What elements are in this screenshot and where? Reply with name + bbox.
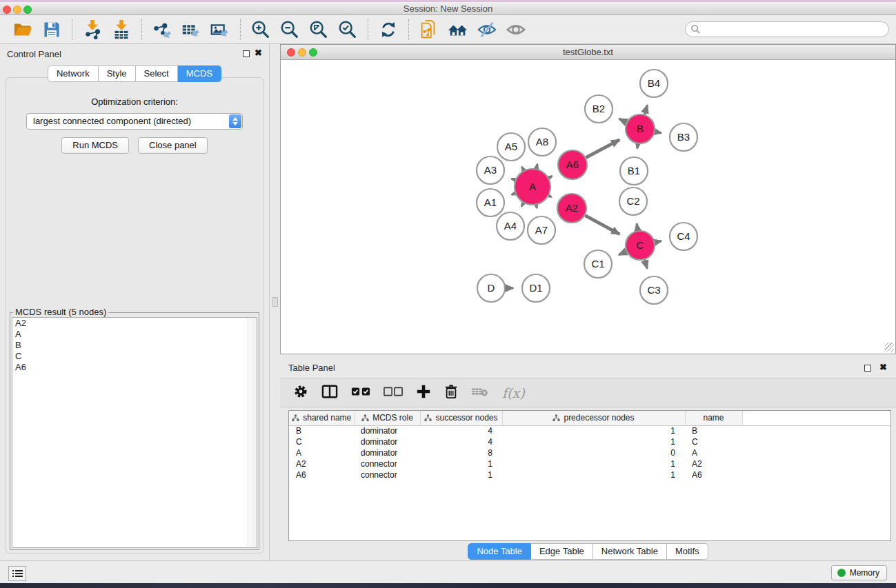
tab-select[interactable]: Select <box>136 65 178 82</box>
graph-edge-B-B4[interactable] <box>644 105 647 114</box>
graph-edge-B-B3[interactable] <box>655 132 661 133</box>
zoom-selected-button[interactable] <box>335 18 360 41</box>
run-mcds-button[interactable]: Run MCDS <box>61 137 129 154</box>
list-item[interactable]: A6 <box>12 362 257 373</box>
toolbar-separator <box>141 19 142 40</box>
refresh-button[interactable] <box>376 18 401 41</box>
export-image-icon <box>210 19 230 40</box>
table-row[interactable]: Cdominator41C <box>289 436 890 447</box>
graph-edge-C-C1[interactable] <box>619 252 626 255</box>
graph-edge-A2-C[interactable] <box>585 216 619 234</box>
graph-edge-A-A3[interactable] <box>512 179 515 180</box>
memory-status-icon <box>837 569 846 577</box>
float-panel-icon[interactable] <box>243 50 250 57</box>
graph-edge-A6-B[interactable] <box>586 140 619 158</box>
zoom-in-button[interactable] <box>248 18 273 41</box>
delete-button[interactable] <box>444 384 458 402</box>
graph-node-label: A5 <box>505 141 517 152</box>
tab-edge-table[interactable]: Edge Table <box>531 543 593 560</box>
table-row[interactable]: Bdominator41B <box>289 425 890 436</box>
add-button[interactable] <box>416 384 431 402</box>
graph-edge-A-A7[interactable] <box>536 205 537 207</box>
settings-button[interactable] <box>293 384 308 402</box>
close-panel-icon[interactable]: ✖ <box>255 48 262 58</box>
scrollbar-track[interactable] <box>248 318 257 547</box>
graph-edge-A-A6[interactable] <box>549 176 552 178</box>
column-header-mcds-role[interactable]: MCDS role <box>355 411 420 425</box>
select-all-icon <box>351 386 370 397</box>
float-panel-icon[interactable] <box>864 365 871 372</box>
show-task-history-button[interactable] <box>8 566 26 581</box>
show-graphics-button[interactable] <box>504 18 528 41</box>
table-row[interactable]: Adominator80A <box>289 447 890 458</box>
graph-edge-C-C4[interactable] <box>655 241 661 243</box>
import-table-icon <box>111 19 132 40</box>
graph-edge-B-B2[interactable] <box>619 119 626 122</box>
network-from-file-button[interactable] <box>417 18 441 41</box>
export-network-button[interactable] <box>150 18 175 41</box>
graph-node-label: C <box>637 239 644 251</box>
network-file-icon <box>419 19 439 40</box>
close-panel-button[interactable]: Close panel <box>138 137 208 154</box>
tab-mcds[interactable]: MCDS <box>178 65 221 82</box>
select-all-button[interactable] <box>351 386 370 400</box>
list-item[interactable]: B <box>12 340 257 351</box>
criterion-dropdown[interactable]: largest connected component (directed) <box>26 113 243 130</box>
column-header-name[interactable]: name <box>685 411 742 425</box>
column-header-successor-nodes[interactable]: successor nodes <box>420 411 502 425</box>
home-button[interactable] <box>446 18 470 41</box>
mcds-result-title: MCDS result (5 nodes) <box>13 307 108 317</box>
list-item[interactable]: A <box>12 329 257 340</box>
open-session-button[interactable] <box>10 18 35 41</box>
table-panel-header: Table Panel ✖ <box>280 358 896 377</box>
import-network-button[interactable] <box>80 18 105 41</box>
tab-network-table[interactable]: Network Table <box>593 543 667 560</box>
settings-gear-icon <box>293 384 308 399</box>
memory-button[interactable]: Memory <box>831 565 887 580</box>
graph-node-label: C4 <box>677 230 690 242</box>
column-header-shared-name[interactable]: shared name <box>289 411 355 425</box>
delete-table-button[interactable] <box>471 385 489 401</box>
tab-network[interactable]: Network <box>48 65 99 82</box>
toggle-columns-button[interactable] <box>321 384 338 402</box>
search-input[interactable] <box>701 23 888 36</box>
panel-divider-handle[interactable] <box>272 297 278 307</box>
toolbar-separator <box>72 19 72 40</box>
graph-edge-B-B1[interactable] <box>637 144 638 149</box>
graph-edge-A-A1[interactable] <box>512 194 515 195</box>
column-header-predecessor-nodes[interactable]: predecessor nodes <box>502 411 685 425</box>
export-image-button[interactable] <box>208 18 232 41</box>
graph-edge-A-A5[interactable] <box>522 167 524 170</box>
list-item[interactable]: C <box>12 351 257 362</box>
close-panel-icon[interactable]: ✖ <box>879 362 887 372</box>
tab-node-table[interactable]: Node Table <box>468 543 531 560</box>
graph-edge-A-A8[interactable] <box>537 164 537 168</box>
hide-graphics-button[interactable] <box>475 18 499 41</box>
deselect-all-button[interactable] <box>384 386 403 400</box>
toolbar-separator <box>240 19 241 40</box>
list-item[interactable]: A2 <box>12 318 257 329</box>
tab-motifs[interactable]: Motifs <box>667 543 708 560</box>
network-window-titlebar[interactable]: testGlobe.txt <box>281 45 895 60</box>
graph-edge-A-A2[interactable] <box>549 196 551 197</box>
graph-edge-C-C2[interactable] <box>637 224 638 231</box>
zoom-out-button[interactable] <box>277 18 302 41</box>
dropdown-stepper-icon[interactable] <box>229 114 241 128</box>
save-session-button[interactable] <box>39 18 64 41</box>
import-table-button[interactable] <box>109 18 134 41</box>
toolbar-separator <box>408 19 409 40</box>
graph-node-label: A8 <box>536 136 548 148</box>
table-row[interactable]: A6connector11A6 <box>289 469 890 480</box>
graph-edge-C-C3[interactable] <box>644 260 647 268</box>
graph-node-label: D <box>488 282 495 294</box>
search-box <box>685 21 889 37</box>
function-builder-button[interactable]: f(x) <box>502 385 525 401</box>
network-canvas[interactable]: AA1A2A3A4A5A6A7A8BB1B2B3B4CC1C2C3C4DD1 <box>281 61 895 353</box>
graph-edge-A-A4[interactable] <box>521 203 524 207</box>
zoom-fit-button[interactable] <box>306 18 331 41</box>
export-table-button[interactable] <box>179 18 203 41</box>
window-resize-grip[interactable] <box>885 343 894 352</box>
tab-style[interactable]: Style <box>99 65 136 82</box>
export-table-icon <box>181 19 201 40</box>
table-row[interactable]: A2connector11A2 <box>289 458 890 469</box>
